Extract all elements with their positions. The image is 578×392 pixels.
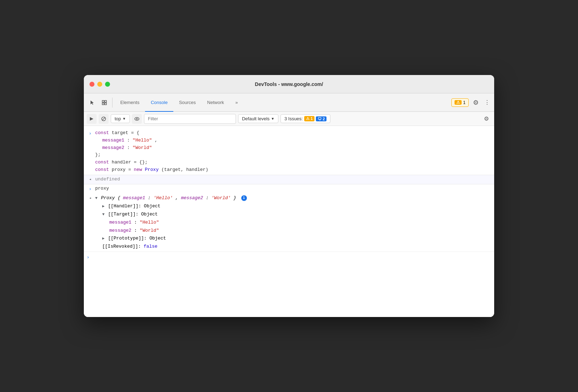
maximize-button[interactable] [105, 82, 110, 87]
prototype-row: ▶ [[Prototype]]: Object [95, 235, 491, 242]
info-badge: 🗨 2 [316, 116, 326, 121]
settings-button[interactable]: ⚙ [470, 97, 481, 108]
execute-icon [89, 116, 94, 121]
context-dropdown[interactable]: top ▼ [111, 114, 130, 123]
gear-icon: ⚙ [473, 99, 479, 106]
issues-badge[interactable]: ⚠ 1 [451, 98, 469, 107]
proxy-var: proxy [95, 186, 109, 191]
proxy-input-code: proxy [94, 185, 491, 192]
keyword-const: const [95, 130, 109, 136]
toolbar-divider [112, 98, 112, 108]
info-icon[interactable]: i [241, 195, 247, 201]
prompt-arrow-icon: › [87, 254, 89, 261]
block-button[interactable] [99, 114, 109, 124]
main-toolbar: Elements Console Sources Network » ⚠ 1 ⚙ [84, 93, 494, 112]
handler-expand-arrow[interactable]: ▶ [102, 203, 105, 210]
proxy-result-gutter: ◂ [87, 195, 94, 202]
keyword-const-3: const [95, 167, 109, 172]
tab-network[interactable]: Network [202, 94, 230, 112]
fn-proxy: Proxy [145, 167, 158, 172]
svg-rect-1 [105, 100, 106, 102]
traffic-lights [89, 82, 110, 87]
issues-pill[interactable]: 3 Issues: ⚠ 1 🗨 2 [281, 114, 330, 123]
prototype-expand-arrow[interactable]: ▶ [102, 236, 105, 242]
filter-input[interactable] [144, 114, 236, 124]
console-input-proxy: › proxy [84, 184, 494, 194]
svg-line-6 [102, 117, 105, 120]
warn-badge: ⚠ 1 [304, 116, 314, 121]
console-gear-icon: ⚙ [484, 115, 489, 122]
tab-sources[interactable]: Sources [173, 94, 202, 112]
keyword-new: new [134, 167, 142, 172]
proxy-collapse-arrow[interactable]: ▼ [95, 195, 98, 202]
result-undefined-value: undefined [94, 176, 491, 183]
issues-warn-icon: ⚠ [455, 100, 462, 105]
svg-rect-2 [102, 103, 104, 105]
target-row: ▼ [[Target]]: Object message1 : "Hello" … [95, 211, 491, 234]
keyword-const-2: const [95, 160, 109, 165]
input-code: const target = { message1 : "Hello" , me… [94, 129, 491, 174]
devtools-window: DevTools - www.google.com/ Elements Cons [84, 75, 494, 317]
execute-button[interactable] [87, 114, 97, 124]
levels-dropdown[interactable]: Default levels ▼ [238, 114, 278, 123]
prop-message2: message2 [102, 145, 124, 150]
close-button[interactable] [89, 82, 94, 87]
console-content: › const target = { message1 : "Hello" , … [84, 126, 494, 317]
tab-console[interactable]: Console [145, 94, 173, 112]
undefined-text: undefined [95, 177, 120, 182]
levels-arrow-icon: ▼ [271, 117, 274, 121]
live-expressions-button[interactable] [132, 114, 142, 124]
svg-rect-0 [102, 100, 104, 102]
dropdown-arrow-icon: ▼ [122, 117, 126, 121]
console-toolbar: top ▼ Default levels ▼ 3 Issues: ⚠ 1 🗨 2… [84, 112, 494, 126]
console-result-proxy: ◂ ▼ Proxy { message1 : 'Hello' , message… [84, 194, 494, 252]
result-gutter: ◂ [87, 176, 94, 183]
str-hello-1: "Hello" [133, 138, 152, 143]
target-message1-row: message1 : "Hello" [102, 219, 491, 226]
isrevoked-row: [[IsRevoked]]: false [95, 243, 491, 250]
inspect-icon-button[interactable] [99, 97, 110, 108]
titlebar: DevTools - www.google.com/ [84, 75, 494, 93]
proxy-input-gutter[interactable]: › [87, 185, 94, 193]
proxy-label: Proxy { message1 : 'Hello' , message2 : … [101, 195, 239, 201]
minimize-button[interactable] [97, 82, 102, 87]
svg-point-8 [136, 118, 138, 120]
console-settings-button[interactable]: ⚙ [481, 114, 491, 124]
block-icon [101, 116, 106, 121]
tab-elements[interactable]: Elements [115, 94, 145, 112]
prop-message1: message1 [102, 138, 124, 143]
tab-more[interactable]: » [230, 94, 243, 112]
more-options-button[interactable]: ⋮ [483, 97, 491, 108]
ellipsis-icon: ⋮ [484, 99, 490, 106]
svg-marker-4 [90, 117, 93, 121]
input-gutter[interactable]: › [87, 129, 94, 138]
tab-navigation: Elements Console Sources Network » [115, 93, 451, 111]
eye-icon [134, 116, 140, 122]
window-title: DevTools - www.google.com/ [255, 81, 323, 87]
target-expand-arrow[interactable]: ▼ [102, 212, 105, 218]
inspect-icon [102, 100, 107, 105]
console-input-block: › const target = { message1 : "Hello" , … [84, 129, 494, 175]
handler-row: ▶ [[Handler]]: Object [95, 203, 491, 210]
console-result-undefined: ◂ undefined [84, 175, 494, 184]
str-world-1: "World" [133, 145, 152, 150]
toolbar-right: ⚠ 1 ⚙ ⋮ [451, 97, 491, 108]
proxy-result-code: ▼ Proxy { message1 : 'Hello' , message2 … [94, 195, 491, 250]
cursor-icon [89, 100, 95, 105]
cursor-icon-button[interactable] [87, 97, 98, 108]
target-message2-row: message2 : "World" [102, 227, 491, 235]
console-prompt-line[interactable]: › [84, 252, 494, 264]
svg-rect-3 [105, 103, 106, 105]
